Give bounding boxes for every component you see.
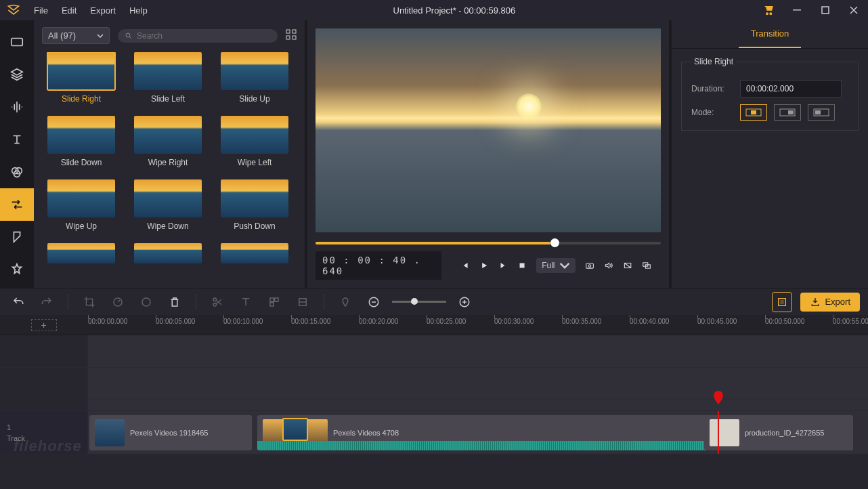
clip[interactable]: Pexels Videos 4708 xyxy=(257,415,779,450)
svg-rect-29 xyxy=(270,302,274,305)
transition-item[interactable]: Slide Right xyxy=(42,52,121,104)
minimize-button[interactable] xyxy=(783,0,811,20)
split-button[interactable] xyxy=(207,292,227,312)
redo-button[interactable] xyxy=(37,292,57,312)
shop-icon[interactable] xyxy=(754,0,783,20)
tab-transition[interactable]: Transition xyxy=(739,20,802,48)
menu-help[interactable]: Help xyxy=(123,1,154,20)
zoom-slider[interactable] xyxy=(392,301,446,303)
app-logo-icon xyxy=(5,2,22,18)
menubar: File Edit Export Help xyxy=(27,1,154,20)
transition-item[interactable] xyxy=(42,243,121,263)
mode-postfix-button[interactable] xyxy=(808,104,835,121)
delete-button[interactable] xyxy=(165,292,185,312)
tool-elements[interactable] xyxy=(0,221,34,253)
zoom-in-button[interactable] xyxy=(454,292,475,312)
premium-button[interactable] xyxy=(772,292,792,312)
search-input[interactable] xyxy=(137,31,271,41)
crop-tool-button[interactable] xyxy=(79,292,100,312)
timeline: + 00:00:00.000 00:00:05.000 00:00:10.000… xyxy=(0,315,868,489)
transition-clip[interactable] xyxy=(282,418,308,441)
titlebar: File Edit Export Help Untitled Project* … xyxy=(0,0,868,20)
preview-video xyxy=(316,28,661,232)
transitions-grid: Slide Right Slide Left Slide Up Slide Do… xyxy=(42,52,297,263)
timeline-track-empty xyxy=(0,335,868,368)
stop-button[interactable] xyxy=(517,260,527,271)
tool-text[interactable] xyxy=(0,123,34,156)
play-button[interactable] xyxy=(479,260,489,271)
svg-rect-2 xyxy=(12,39,23,46)
crop-icon[interactable] xyxy=(623,260,632,271)
library-filter-dropdown[interactable]: All (97) xyxy=(42,27,110,44)
preview-scrubber[interactable] xyxy=(316,242,661,244)
tool-transitions[interactable] xyxy=(0,188,34,221)
zoom-out-button[interactable] xyxy=(364,292,384,312)
transition-item[interactable] xyxy=(215,243,294,263)
menu-file[interactable]: File xyxy=(27,1,55,20)
search-box xyxy=(118,29,278,43)
transition-item[interactable]: Slide Up xyxy=(215,52,294,104)
aspect-ratio-dropdown[interactable]: Full xyxy=(536,258,575,273)
tool-favorites[interactable] xyxy=(0,253,34,286)
preview-timecode: 00 : 00 : 40 . 640 xyxy=(316,251,441,280)
transition-item[interactable]: Wipe Left xyxy=(215,116,294,167)
svg-point-25 xyxy=(213,303,217,306)
maximize-button[interactable] xyxy=(811,0,840,20)
clip[interactable]: Pexels Videos 1918465 xyxy=(89,415,252,450)
volume-icon[interactable] xyxy=(604,260,613,271)
export-button[interactable]: Export xyxy=(800,293,860,312)
text-tool-button[interactable] xyxy=(236,292,256,312)
snapshot-icon[interactable] xyxy=(585,260,594,271)
svg-rect-7 xyxy=(286,30,290,33)
transition-item[interactable]: Push Down xyxy=(215,179,294,231)
transition-item[interactable]: Wipe Down xyxy=(129,179,207,231)
svg-rect-28 xyxy=(275,298,278,301)
transition-item[interactable]: Slide Down xyxy=(42,116,121,167)
marker-button[interactable] xyxy=(335,292,355,312)
window-title: Untitled Project* - 00:00:59.806 xyxy=(154,5,754,16)
duration-input[interactable] xyxy=(740,80,842,98)
track-label: Track xyxy=(7,434,25,442)
tool-media[interactable] xyxy=(0,26,34,58)
chevron-down-icon xyxy=(97,33,104,39)
svg-rect-27 xyxy=(270,298,274,301)
transition-item[interactable]: Wipe Up xyxy=(42,179,121,231)
close-button[interactable] xyxy=(840,0,868,20)
mode-prefix-button[interactable] xyxy=(774,104,801,121)
playhead[interactable] xyxy=(718,411,719,454)
speed-tool-button[interactable] xyxy=(108,292,128,312)
svg-rect-22 xyxy=(815,110,821,114)
tool-audio[interactable] xyxy=(0,91,34,123)
svg-rect-0 xyxy=(793,9,801,11)
svg-rect-9 xyxy=(286,36,290,39)
svg-rect-20 xyxy=(788,110,794,114)
svg-rect-18 xyxy=(751,110,756,114)
undo-button[interactable] xyxy=(8,292,28,312)
transition-item[interactable] xyxy=(129,243,207,263)
tool-layers[interactable] xyxy=(0,58,34,91)
menu-edit[interactable]: Edit xyxy=(55,1,83,20)
transition-item[interactable]: Slide Left xyxy=(129,52,207,104)
color-tool-button[interactable] xyxy=(136,292,156,312)
svg-rect-8 xyxy=(292,30,296,33)
grid-view-icon[interactable] xyxy=(286,29,297,42)
timeline-track-spacer xyxy=(0,400,868,411)
add-track-button[interactable]: + xyxy=(31,319,57,331)
freeze-tool-button[interactable] xyxy=(292,292,313,312)
svg-point-6 xyxy=(126,33,130,37)
next-frame-button[interactable] xyxy=(498,260,508,271)
tool-filters[interactable] xyxy=(0,156,34,188)
transition-item[interactable]: Wipe Right xyxy=(129,116,207,167)
mosaic-tool-button[interactable] xyxy=(264,292,284,312)
ruler[interactable]: 00:00:00.000 00:00:05.000 00:00:10.000 0… xyxy=(88,315,868,335)
prev-frame-button[interactable] xyxy=(460,260,470,271)
preview-panel: 00 : 00 : 40 . 640 Full xyxy=(307,20,669,288)
mode-overlap-button[interactable] xyxy=(740,104,767,121)
library-panel: All (97) Slide Right Slide Left Slide Up… xyxy=(34,20,305,288)
svg-rect-11 xyxy=(520,263,525,268)
detach-icon[interactable] xyxy=(642,260,651,271)
mode-label: Mode: xyxy=(691,108,732,117)
menu-export[interactable]: Export xyxy=(83,1,123,20)
side-tools xyxy=(0,20,34,288)
clip[interactable]: production_ID_4272655 xyxy=(704,415,853,450)
